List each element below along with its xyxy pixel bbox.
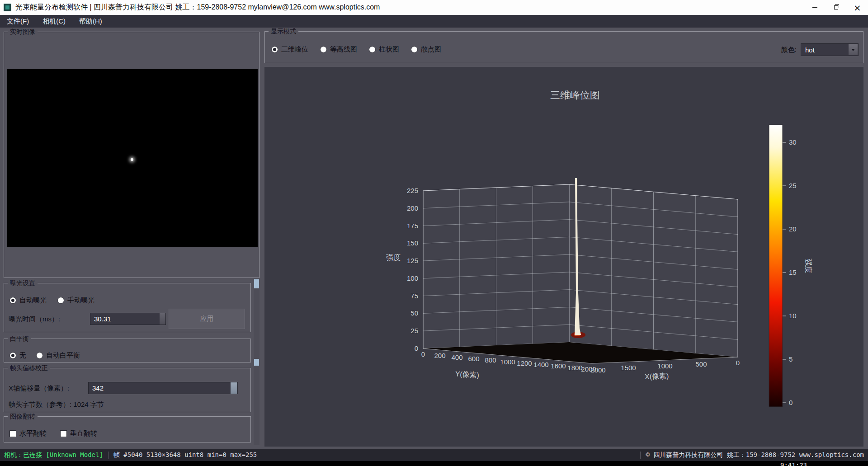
y-tick-label: 1600	[551, 362, 566, 370]
white-balance-group-title: 白平衡	[8, 335, 31, 343]
radio-mode-3d-peak[interactable]: 三维峰位	[271, 45, 308, 54]
colorbar-tick-label: 15	[789, 268, 797, 276]
image-flip-group: 图像翻转 水平翻转 垂直翻转	[4, 416, 251, 442]
x-offset-input[interactable]	[88, 382, 238, 394]
display-mode-radio-row: 三维峰位 等高线图 柱状图 散点图	[271, 45, 441, 54]
colorbar-ticks	[783, 142, 786, 403]
radio-wb-none[interactable]: 无	[9, 351, 26, 360]
radio-indicator	[271, 46, 278, 53]
camera-status: 相机：已连接 [Unknown Model]	[4, 451, 103, 459]
menu-camera[interactable]: 相机(C)	[36, 15, 72, 28]
colorbar-tick-label: 5	[789, 355, 793, 363]
x-tick-label: 2000	[590, 366, 605, 374]
x-tick-label: 0	[736, 359, 740, 367]
image-flip-group-title: 图像翻转	[8, 413, 38, 421]
minimize-icon	[812, 7, 817, 8]
z-tick-label: 100	[407, 274, 418, 282]
x-tick-label: 1500	[621, 364, 636, 372]
colormap-select[interactable]: hot	[801, 43, 859, 56]
z-tick-label: 125	[407, 257, 418, 264]
radio-mode-3d-peak-label: 三维峰位	[281, 45, 308, 54]
display-mode-group-title: 显示模式	[269, 28, 298, 36]
colormap-label: 颜色:	[781, 46, 797, 54]
z-tick-label: 225	[407, 187, 418, 194]
restore-icon	[834, 5, 838, 9]
radio-auto-exposure[interactable]: 自动曝光	[9, 296, 47, 305]
settings-scrollbar[interactable]	[254, 278, 259, 445]
x-offset-field	[88, 382, 238, 394]
radio-wb-none-label: 无	[19, 351, 26, 360]
apply-button[interactable]: 应用	[169, 309, 245, 329]
y-tick-label: 1200	[517, 359, 532, 367]
checkbox-vertical-flip[interactable]: 垂直翻转	[60, 429, 97, 438]
radio-mode-contour[interactable]: 等高线图	[320, 45, 357, 54]
colorbar-tick-label: 20	[789, 225, 797, 233]
x-tick-label: 1000	[657, 362, 672, 370]
checkbox-horizontal-flip[interactable]: 水平翻转	[9, 429, 47, 438]
live-image-group: 实时图像	[4, 32, 259, 278]
y-axis-label: Y(像素)	[455, 370, 479, 379]
radio-mode-bar[interactable]: 柱状图	[369, 45, 399, 54]
radio-mode-scatter-label: 散点图	[421, 45, 441, 54]
z-tick-label: 175	[407, 222, 418, 230]
window-title: 光束能量分布检测软件 | 四川森普力科技有限公司 姚工：159-2808-975…	[15, 3, 380, 12]
scrollbar-thumb[interactable]	[254, 359, 259, 366]
display-mode-group: 显示模式 三维峰位 等高线图 柱状图 散点图 颜色: hot	[264, 31, 863, 63]
frame-offset-group-title: 帧头偏移校正	[8, 364, 50, 372]
menu-help[interactable]: 帮助(H)	[72, 15, 109, 28]
x-axis-label: X(像素)	[645, 372, 669, 381]
y-tick-label: 1000	[500, 358, 515, 366]
radio-indicator	[9, 352, 16, 359]
exposure-radio-row: 自动曝光 手动曝光	[9, 296, 94, 305]
checkbox-indicator	[9, 430, 16, 437]
live-image-group-title: 实时图像	[8, 28, 38, 36]
z-tick-label: 75	[410, 292, 418, 300]
y-tick-label: 800	[485, 356, 496, 364]
colorbar-tick-labels: 30 25 20 15 10 5 0	[789, 138, 797, 406]
close-icon: ×	[854, 3, 861, 12]
checkbox-horizontal-flip-label: 水平翻转	[19, 429, 47, 438]
radio-indicator	[369, 46, 376, 53]
radio-wb-auto[interactable]: 自动白平衡	[36, 351, 80, 360]
z-tick-label: 0	[415, 344, 418, 352]
combo-dropdown-button[interactable]	[849, 44, 858, 55]
menubar: 文件(F) 相机(C) 帮助(H)	[0, 15, 868, 28]
colorbar-tick-label: 30	[789, 138, 797, 146]
titlebar: 光束能量分布检测软件 | 四川森普力科技有限公司 姚工：159-2808-975…	[0, 0, 868, 15]
menu-file[interactable]: 文件(F)	[0, 15, 36, 28]
exposure-time-input[interactable]	[90, 313, 166, 325]
y-tick-label: 400	[451, 353, 462, 361]
radio-mode-scatter[interactable]: 散点图	[411, 45, 441, 54]
company-info: © 四川森普力科技有限公司 姚工：159-2808-9752 www.splop…	[646, 451, 864, 459]
radio-indicator	[9, 297, 16, 304]
radio-manual-exposure-label: 手动曝光	[67, 296, 94, 305]
flip-check-row: 水平翻转 垂直翻转	[9, 429, 97, 438]
plot-canvas[interactable]: 三维峰位图 225 200 175	[264, 67, 863, 447]
taskbar-clock: 9:41:23	[780, 461, 807, 466]
scrollbar-thumb[interactable]	[254, 279, 259, 288]
status-separator	[108, 452, 108, 459]
statusbar: 相机：已连接 [Unknown Model] 帧 #5040 5130×3648…	[0, 449, 868, 461]
colorbar	[769, 125, 783, 407]
live-camera-image	[7, 69, 258, 247]
frame-offset-group: 帧头偏移校正 X轴偏移量（像素）: 帧头字节数（参考）: 1024 字节	[4, 368, 251, 412]
close-button[interactable]: ×	[847, 0, 868, 15]
exposure-group-title: 曝光设置	[8, 279, 38, 287]
radio-auto-exposure-label: 自动曝光	[19, 296, 47, 305]
radio-manual-exposure[interactable]: 手动曝光	[57, 296, 94, 305]
radio-indicator	[36, 352, 43, 359]
status-right: © 四川森普力科技有限公司 姚工：159-2808-9752 www.splop…	[635, 451, 868, 459]
exposure-time-field	[90, 313, 166, 325]
exposure-time-label: 曝光时间（ms）:	[9, 315, 60, 324]
radio-mode-contour-label: 等高线图	[330, 45, 357, 54]
taskbar-strip: 9:41:23	[0, 461, 868, 466]
z-tick-label: 200	[407, 204, 418, 212]
y-tick-label: 0	[421, 350, 425, 358]
z-axis-label: 强度	[386, 254, 401, 261]
restore-button[interactable]	[826, 0, 847, 15]
x-offset-label: X轴偏移量（像素）:	[9, 384, 69, 393]
radio-indicator	[411, 46, 418, 53]
beam-spot	[131, 158, 133, 161]
y-tick-label: 1800	[567, 364, 582, 372]
minimize-button[interactable]	[804, 0, 826, 15]
